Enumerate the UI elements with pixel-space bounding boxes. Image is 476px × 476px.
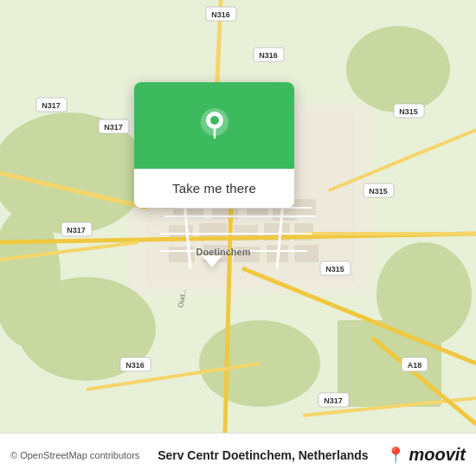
svg-text:N315: N315 [369,187,388,196]
svg-text:A18: A18 [408,361,422,370]
take-me-there-button[interactable]: Take me there [134,169,294,208]
moovit-logo-text: moovit [408,445,466,465]
footer: © OpenStreetMap contributors Serv Centr … [0,433,476,476]
svg-text:N317: N317 [67,226,86,235]
svg-text:N316: N316 [211,10,230,19]
osm-copyright: © OpenStreetMap contributors [10,450,139,460]
popup-tail [202,255,222,267]
svg-text:N315: N315 [325,265,344,273]
svg-text:N317: N317 [324,396,343,405]
location-pin-icon [196,106,234,145]
svg-point-4 [346,26,450,113]
svg-text:N317: N317 [42,101,61,110]
svg-text:N315: N315 [399,107,418,116]
moovit-pin-icon: 📍 [386,446,405,465]
svg-text:N316: N316 [125,361,145,370]
moovit-logo: 📍 moovit [386,445,466,465]
location-name: Serv Centr Doetinchem, Netherlands [158,448,369,462]
map-container: N316 N317 N315 N317 N315 N315 N316 A18 N… [0,0,476,433]
svg-text:N317: N317 [104,123,123,132]
svg-rect-28 [294,245,318,262]
footer-left: © OpenStreetMap contributors [10,450,139,460]
svg-text:N316: N316 [259,51,278,60]
popup-card: Take me there [134,82,294,208]
popup-header [134,82,294,169]
svg-point-72 [210,116,219,125]
map-background: N316 N317 N315 N317 N315 N315 N316 A18 N… [0,0,476,433]
